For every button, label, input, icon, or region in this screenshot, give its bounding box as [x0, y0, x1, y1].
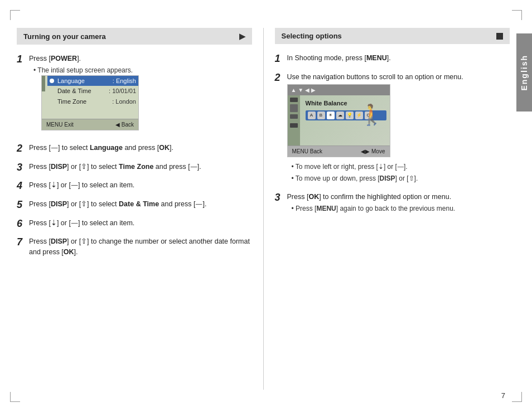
- step-5-content: Press [DISP] or [⇧] to select Date & Tim…: [29, 199, 252, 210]
- step-4: 4 Press [⇣] or [⸻] to select an item.: [17, 180, 252, 192]
- corner-mark-tr: [512, 10, 522, 20]
- corner-mark-tl: [10, 10, 20, 20]
- step-7-content: Press [DISP] or [⇧] to change the number…: [29, 236, 252, 258]
- camera-dot: [50, 79, 54, 83]
- step-1-sub: The intial setup screen appears.: [29, 65, 252, 75]
- left-section-header: Turning on your camera ▶: [17, 28, 252, 45]
- side-tab-label: English: [520, 55, 529, 91]
- wb-icon-cloud: ☁: [336, 112, 344, 119]
- wb-bullet-2: To move up or down, press [DISP] or [⇧].: [287, 173, 510, 183]
- step-3-content: Press [DISP] or [⇧] to select Time Zone …: [29, 162, 252, 172]
- wb-icon-bulb: 💡: [346, 112, 354, 119]
- camera-empty-space: [47, 106, 138, 119]
- step-5-num: 5: [17, 199, 29, 211]
- wb-icon-sun: ☀: [327, 112, 335, 119]
- wb-footer-move: ◀▶ Move: [361, 147, 385, 156]
- camera-row-language: Language : English: [47, 76, 138, 86]
- right-step-3-content: Press [OK] to confirm the highlighted op…: [287, 192, 510, 214]
- right-section-header: Selecting options: [275, 28, 510, 44]
- corner-mark-bl: [10, 392, 20, 402]
- wb-icon-2: [290, 104, 298, 112]
- step-4-content: Press [⇣] or [⸻] to select an item.: [29, 180, 252, 191]
- side-tab: English: [516, 33, 532, 112]
- step-1-text: Press [POWER].: [29, 55, 81, 62]
- wb-icon-auto: A: [308, 112, 316, 119]
- step-2: 2 Press [⸻] to select Language and press…: [17, 143, 252, 155]
- left-section-arrow: ▶: [239, 32, 245, 41]
- camera-row-timezone: Time Zone : London: [47, 96, 138, 107]
- wb-screen: ▲ ▼ ◀ ▶ White Balance: [287, 84, 390, 157]
- step-6-content: Press [⇣] or [⸻] to select an item.: [29, 218, 252, 229]
- right-step-3-sub: Press [MENU] again to go back to the pre…: [287, 203, 510, 214]
- left-section-title: Turning on your camera: [23, 32, 106, 41]
- right-step-3: 3 Press [OK] to confirm the highlighted …: [275, 192, 510, 214]
- right-step-1-num: 1: [275, 53, 287, 65]
- step-7-num: 7: [17, 236, 29, 249]
- right-step-1: 1 In Shooting mode, press [MENU].: [275, 53, 510, 65]
- step-1-content: Press [POWER]. The intial setup screen a…: [29, 54, 252, 136]
- step-1-num: 1: [17, 54, 29, 66]
- wb-left-strip: [288, 95, 300, 146]
- wb-body: White Balance A B ☀ ☁ 💡 ⚡ C: [288, 95, 390, 146]
- right-section-title: Selecting options: [282, 32, 342, 40]
- camera-menu-rows: Language : English Date & Time : 10/01/0…: [47, 76, 138, 119]
- right-step-2-num: 2: [275, 72, 287, 84]
- step-7: 7 Press [DISP] or [⇧] to change the numb…: [17, 236, 252, 258]
- right-step-3-num: 3: [275, 192, 287, 204]
- wb-top-icons: ▲ ▼ ◀ ▶: [291, 86, 316, 94]
- wb-icon-1: [290, 98, 298, 102]
- corner-mark-br: [512, 392, 522, 402]
- wb-icon-3: [290, 114, 298, 119]
- step-1: 1 Press [POWER]. The intial setup screen…: [17, 54, 252, 136]
- page-number: 7: [501, 391, 505, 400]
- wb-bullet-1: To move left or right, press [⇣] or [⸻].: [287, 162, 510, 172]
- camera-screen: Language : English Date & Time : 10/01/0…: [41, 75, 139, 131]
- wb-top-bar: ▲ ▼ ◀ ▶: [288, 85, 390, 95]
- step-3-num: 3: [17, 162, 29, 174]
- wb-footer-back: MENU Back: [292, 147, 322, 156]
- step-6-num: 6: [17, 218, 29, 230]
- left-panel: Turning on your camera ▶ 1 Press [POWER]…: [17, 28, 264, 390]
- right-section-square: [496, 33, 503, 40]
- wb-footer: MENU Back ◀▶ Move: [288, 146, 390, 157]
- wb-icon-b: B: [317, 112, 325, 119]
- camera-icon-bar: [42, 76, 45, 91]
- right-panel: Selecting options 1 In Shooting mode, pr…: [264, 28, 510, 390]
- camera-footer: MENU Exit ◀ Back: [42, 119, 138, 130]
- step-2-content: Press [⸻] to select Language and press […: [29, 143, 252, 153]
- step-4-num: 4: [17, 180, 29, 192]
- wb-icon-4: [290, 123, 298, 128]
- main-content: Turning on your camera ▶ 1 Press [POWER]…: [17, 28, 510, 390]
- right-step-1-content: In Shooting mode, press [MENU].: [287, 53, 510, 64]
- wb-figure: 🚶: [359, 100, 384, 130]
- step-3: 3 Press [DISP] or [⇧] to select Time Zon…: [17, 162, 252, 174]
- camera-footer-back: ◀ Back: [115, 120, 134, 129]
- right-step-2-content: Use the navigation buttons to scroll to …: [287, 72, 510, 186]
- camera-row-datetime: Date & Time : 10/01/01: [47, 86, 138, 96]
- step-6: 6 Press [⇣] or [⸻] to select an item.: [17, 218, 252, 230]
- right-step-2: 2 Use the navigation buttons to scroll t…: [275, 72, 510, 186]
- camera-footer-exit: MENU Exit: [46, 120, 74, 129]
- step-5: 5 Press [DISP] or [⇧] to select Date & T…: [17, 199, 252, 211]
- step-2-num: 2: [17, 143, 29, 155]
